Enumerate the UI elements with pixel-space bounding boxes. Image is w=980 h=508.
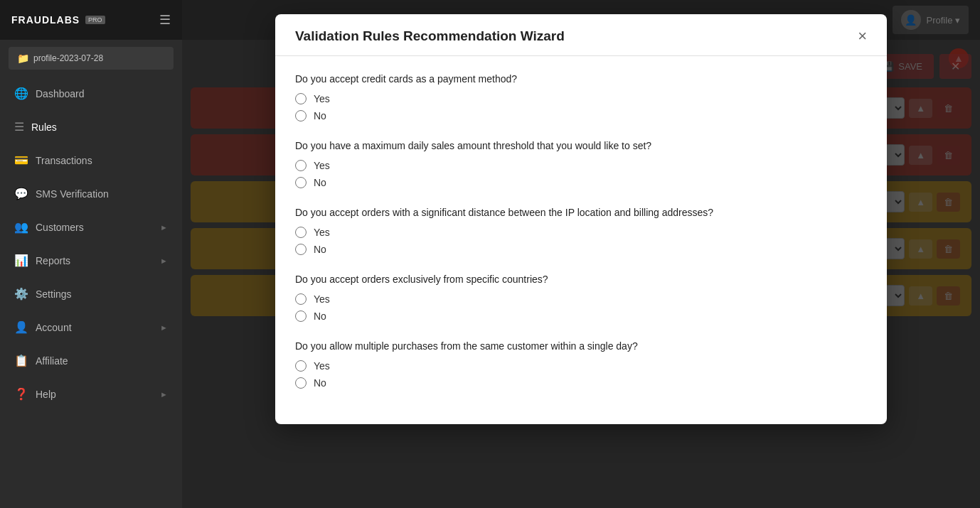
main-area: 👤 Profile ▾ ▲ + RULE 💾 SAVE ✕ [182,0,980,508]
radio-option-q4-yes[interactable]: Yes [295,293,867,305]
sidebar-item-customers[interactable]: 👥 Customers ► [0,210,182,244]
modal-overlay: Validation Rules Recommendation Wizard ×… [182,0,980,508]
question-text-2: Do you have a maximum daily sales amount… [295,140,867,151]
radio-option-q1-no[interactable]: No [295,110,867,121]
brand-logo-area: FRAUDLABS PRO [11,14,105,26]
radio-q4-no[interactable] [295,310,307,322]
help-icon: ❓ [14,387,28,401]
settings-icon: ⚙️ [14,287,28,301]
profile-label: profile-2023-07-28 [33,53,103,63]
modal-header: Validation Rules Recommendation Wizard × [275,14,887,56]
sidebar-item-label: Help [36,389,56,400]
sidebar: FRAUDLABS PRO ☰ 📁 profile-2023-07-28 🌐 D… [0,0,182,508]
radio-q5-yes[interactable] [295,360,307,372]
account-icon: 👤 [14,320,28,334]
sms-icon: 💬 [14,187,28,200]
modal-dialog: Validation Rules Recommendation Wizard ×… [275,14,887,424]
radio-label: No [314,244,326,255]
question-block-5: Do you allow multiple purchases from the… [295,340,867,389]
folder-icon: 📁 [17,53,29,64]
radio-label: Yes [314,93,330,104]
radio-q4-yes[interactable] [295,293,307,305]
brand-name: FRAUDLABS [11,14,80,26]
sidebar-item-transactions[interactable]: 💳 Transactions [0,144,182,177]
question-text-3: Do you accept orders with a significant … [295,207,867,218]
sidebar-item-rules[interactable]: ☰ Rules [0,110,182,144]
question-text-5: Do you allow multiple purchases from the… [295,340,867,352]
radio-option-q2-no[interactable]: No [295,177,867,188]
sidebar-item-label: Affiliate [36,355,68,367]
sidebar-nav: 🌐 Dashboard ☰ Rules 💳 Transactions 💬 SMS… [0,77,182,411]
radio-label: Yes [314,160,330,171]
question-text-4: Do you accept orders exclusively from sp… [295,274,867,285]
sidebar-item-label: Dashboard [36,88,85,99]
radio-option-q4-no[interactable]: No [295,310,867,322]
radio-q1-no[interactable] [295,110,307,121]
radio-q2-no[interactable] [295,177,307,188]
sidebar-item-reports[interactable]: 📊 Reports ► [0,244,182,277]
radio-option-q3-yes[interactable]: Yes [295,227,867,238]
radio-label: No [314,110,326,121]
question-block-1: Do you accept credit cards as a payment … [295,73,867,121]
sidebar-header: FRAUDLABS PRO ☰ [0,0,182,40]
customers-icon: 👥 [14,220,28,234]
radio-label: No [314,377,326,389]
sidebar-item-label: Rules [31,121,57,133]
sidebar-item-label: Customers [36,222,84,233]
chevron-right-icon: ► [160,223,168,232]
sidebar-item-label: Transactions [36,155,92,166]
question-block-2: Do you have a maximum daily sales amount… [295,140,867,188]
radio-option-q2-yes[interactable]: Yes [295,160,867,171]
sidebar-item-account[interactable]: 👤 Account ► [0,310,182,344]
radio-option-q3-no[interactable]: No [295,244,867,255]
radio-option-q1-yes[interactable]: Yes [295,93,867,104]
chevron-right-icon: ► [160,390,168,399]
radio-option-q5-yes[interactable]: Yes [295,360,867,372]
chevron-right-icon: ► [160,323,168,332]
transactions-icon: 💳 [14,153,28,167]
question-block-4: Do you accept orders exclusively from sp… [295,274,867,322]
rules-icon: ☰ [14,120,24,134]
brand-badge: PRO [85,16,105,24]
radio-label: No [314,310,326,322]
radio-label: Yes [314,360,330,372]
radio-q3-no[interactable] [295,244,307,255]
chevron-right-icon: ► [160,256,168,265]
radio-label: Yes [314,293,330,305]
profile-button[interactable]: 📁 profile-2023-07-28 [9,47,174,70]
sidebar-item-sms-verification[interactable]: 💬 SMS Verification [0,177,182,210]
radio-q5-no[interactable] [295,377,307,389]
sidebar-item-help[interactable]: ❓ Help ► [0,377,182,411]
modal-title: Validation Rules Recommendation Wizard [295,28,565,44]
radio-q2-yes[interactable] [295,160,307,171]
modal-close-button[interactable]: × [858,28,867,44]
radio-label: Yes [314,227,330,238]
radio-label: No [314,177,326,188]
modal-body: Do you accept credit cards as a payment … [275,56,887,424]
radio-q3-yes[interactable] [295,227,307,238]
sidebar-item-label: Account [36,322,72,333]
radio-q1-yes[interactable] [295,93,307,104]
radio-option-q5-no[interactable]: No [295,377,867,389]
sidebar-item-label: Settings [36,288,72,300]
reports-icon: 📊 [14,254,28,267]
sidebar-item-label: Reports [36,255,70,266]
hamburger-icon[interactable]: ☰ [159,12,171,28]
sidebar-item-settings[interactable]: ⚙️ Settings [0,277,182,310]
sidebar-item-label: SMS Verification [36,188,109,200]
affiliate-icon: 📋 [14,354,28,367]
question-text-1: Do you accept credit cards as a payment … [295,73,867,85]
sidebar-item-affiliate[interactable]: 📋 Affiliate [0,344,182,377]
sidebar-item-dashboard[interactable]: 🌐 Dashboard [0,77,182,110]
dashboard-icon: 🌐 [14,87,28,100]
question-block-3: Do you accept orders with a significant … [295,207,867,255]
